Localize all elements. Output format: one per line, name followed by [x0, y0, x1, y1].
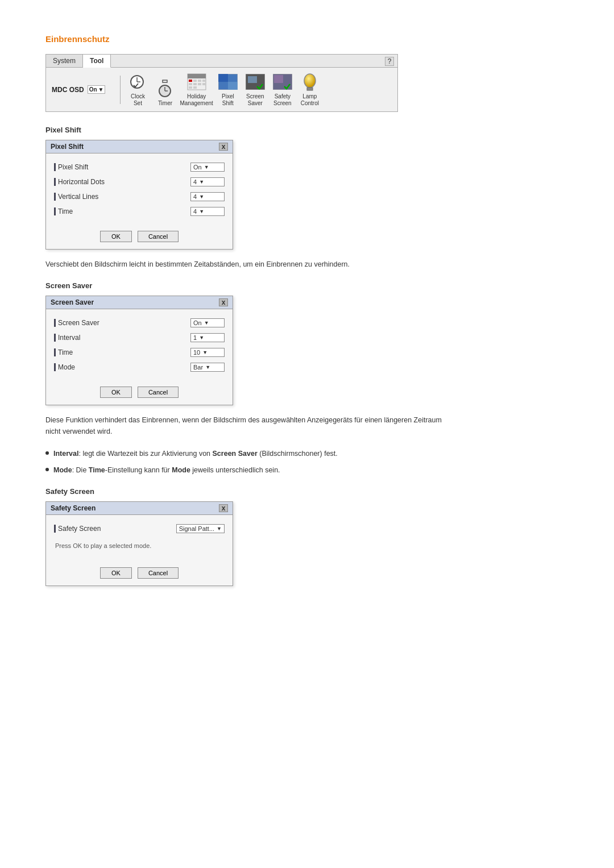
- screen-saver-bullets: Interval: legt die Wartezeit bis zur Akt…: [45, 448, 455, 476]
- toolbar: ? System Tool MDC OSD On ▼: [45, 54, 398, 112]
- svg-rect-14: [193, 83, 197, 85]
- label-bar: [54, 163, 56, 171]
- timer-icon: [155, 79, 175, 98]
- screen-saver-label-2: Time: [54, 348, 73, 356]
- screen-saver-dialog-footer: OK Cancel: [46, 383, 233, 405]
- safety-screen-ok-button[interactable]: OK: [100, 567, 132, 579]
- safety-screen-icon: [272, 72, 293, 92]
- toolbar-item-lamp-label: Lamp Control: [301, 93, 319, 107]
- toolbar-item-safety-screen[interactable]: Safety Screen: [270, 72, 295, 107]
- toolbar-item-timer[interactable]: Timer: [152, 79, 177, 107]
- pixel-shift-select-1[interactable]: 4 ▼: [190, 177, 225, 186]
- toolbar-item-safety-screen-label: Safety Screen: [273, 93, 292, 107]
- screen-saver-cancel-button[interactable]: Cancel: [138, 387, 179, 398]
- svg-rect-18: [193, 86, 197, 89]
- pixel-shift-dialog-title: Pixel Shift: [51, 143, 84, 151]
- label-bar: [54, 193, 56, 201]
- pixel-shift-close-button[interactable]: x: [219, 143, 228, 151]
- screen-saver-title-bar: Screen Saver x: [46, 296, 233, 309]
- toolbar-item-clock-set[interactable]: Clock Set: [125, 72, 150, 107]
- help-icon[interactable]: ?: [385, 57, 394, 66]
- screen-saver-label-1: Interval: [54, 334, 80, 342]
- screen-saver-description: Diese Funktion verhindert das Einbrennen…: [45, 414, 455, 437]
- toolbar-divider: [120, 76, 121, 104]
- label-bar: [54, 178, 56, 186]
- pixel-shift-dialog-body: Pixel Shift On ▼ Horizontal Dots 4 ▼ Ver…: [46, 153, 233, 227]
- svg-rect-9: [189, 80, 192, 82]
- holiday-icon: [186, 72, 207, 92]
- toolbar-item-pixel-shift-label: Pixel Shift: [222, 93, 234, 107]
- label-bar: [54, 319, 56, 327]
- label-bar: [54, 334, 56, 342]
- screen-saver-ok-button[interactable]: OK: [100, 387, 132, 398]
- pixel-shift-select-0[interactable]: On ▼: [190, 163, 225, 172]
- bullet-dot-0: [45, 451, 49, 455]
- svg-rect-10: [193, 80, 197, 82]
- safety-screen-cancel-button[interactable]: Cancel: [138, 567, 179, 579]
- mdc-osd-label: MDC OSD: [52, 86, 84, 94]
- label-bar: [54, 348, 56, 356]
- pixel-shift-row-1: Horizontal Dots 4 ▼: [54, 177, 225, 186]
- toolbar-items: Clock Set Timer: [125, 72, 322, 107]
- svg-rect-8: [188, 74, 206, 78]
- safety-screen-label-0: Safety Screen: [54, 525, 101, 533]
- page-title: Einbrennschutz: [45, 34, 569, 44]
- svg-point-26: [304, 74, 316, 88]
- screen-saver-dialog-title: Screen Saver: [51, 298, 94, 306]
- mdc-osd-section: MDC OSD On ▼: [52, 85, 105, 94]
- pixel-shift-ok-button[interactable]: OK: [100, 231, 132, 242]
- tab-tool[interactable]: Tool: [83, 55, 111, 68]
- screen-saver-dialog: Screen Saver x Screen Saver On ▼ Interva…: [45, 296, 233, 405]
- toolbar-item-screen-saver-label: Screen Saver: [246, 93, 264, 107]
- svg-rect-20: [218, 74, 228, 82]
- svg-rect-15: [198, 83, 201, 85]
- toolbar-item-holiday[interactable]: Holiday Management: [180, 72, 213, 107]
- pixel-shift-select-2[interactable]: 4 ▼: [190, 192, 225, 201]
- svg-rect-21: [228, 82, 238, 90]
- toolbar-item-pixel-shift[interactable]: Pixel Shift: [215, 72, 240, 107]
- toolbar-item-screen-saver[interactable]: Screen Saver: [243, 72, 268, 107]
- safety-screen-row-0: Safety Screen Signal Patt... ▼: [54, 524, 225, 533]
- safety-screen-title-bar: Safety Screen x: [46, 502, 233, 515]
- pixel-shift-row-3: Time 4 ▼: [54, 207, 225, 216]
- safety-screen-dialog: Safety Screen x Safety Screen Signal Pat…: [45, 501, 233, 586]
- screen-saver-label-3: Mode: [54, 363, 75, 371]
- toolbar-item-holiday-label: Holiday Management: [180, 93, 213, 107]
- pixel-shift-cancel-button[interactable]: Cancel: [138, 231, 179, 242]
- svg-rect-23: [248, 76, 257, 83]
- safety-screen-dialog-footer: OK Cancel: [46, 564, 233, 585]
- safety-screen-select-0[interactable]: Signal Patt... ▼: [176, 524, 225, 533]
- screen-saver-heading: Screen Saver: [45, 281, 569, 290]
- pixel-shift-label-3: Time: [54, 207, 73, 215]
- pixel-shift-dialog-footer: OK Cancel: [46, 227, 233, 249]
- bullet-text-1: Mode: Die Time-Einstellung kann für Mode…: [53, 465, 280, 476]
- svg-rect-17: [189, 86, 192, 89]
- screen-saver-select-0[interactable]: On ▼: [190, 318, 225, 327]
- svg-rect-3: [163, 80, 167, 82]
- safety-screen-heading: Safety Screen: [45, 487, 569, 496]
- screen-saver-select-1[interactable]: 1 ▼: [190, 333, 225, 342]
- screen-saver-close-button[interactable]: x: [219, 298, 228, 306]
- safety-screen-dialog-title: Safety Screen: [51, 504, 96, 512]
- screen-saver-label-0: Screen Saver: [54, 319, 99, 327]
- screen-saver-dialog-body: Screen Saver On ▼ Interval 1 ▼ Time: [46, 309, 233, 383]
- pixel-shift-label-0: Pixel Shift: [54, 163, 88, 171]
- lamp-icon: [300, 72, 320, 92]
- safety-screen-close-button[interactable]: x: [219, 504, 228, 512]
- tab-system[interactable]: System: [46, 55, 83, 67]
- toolbar-item-lamp-control[interactable]: Lamp Control: [297, 72, 322, 107]
- screen-saver-row-0: Screen Saver On ▼: [54, 318, 225, 327]
- mdc-osd-select[interactable]: On ▼: [88, 85, 106, 94]
- label-bar: [54, 525, 56, 533]
- clock-icon: [127, 72, 148, 92]
- pixel-shift-heading: Pixel Shift: [45, 126, 569, 134]
- bullet-dot-1: [45, 468, 49, 471]
- screen-saver-select-2[interactable]: 10 ▼: [190, 348, 225, 357]
- bullet-text-0: Interval: legt die Wartezeit bis zur Akt…: [53, 448, 338, 459]
- pixel-shift-row-0: Pixel Shift On ▼: [54, 163, 225, 172]
- screen-saver-row-3: Mode Bar ▼: [54, 363, 225, 372]
- screen-saver-icon: [245, 72, 265, 92]
- screen-saver-row-2: Time 10 ▼: [54, 348, 225, 357]
- screen-saver-select-3[interactable]: Bar ▼: [190, 363, 225, 372]
- pixel-shift-select-3[interactable]: 4 ▼: [190, 207, 225, 216]
